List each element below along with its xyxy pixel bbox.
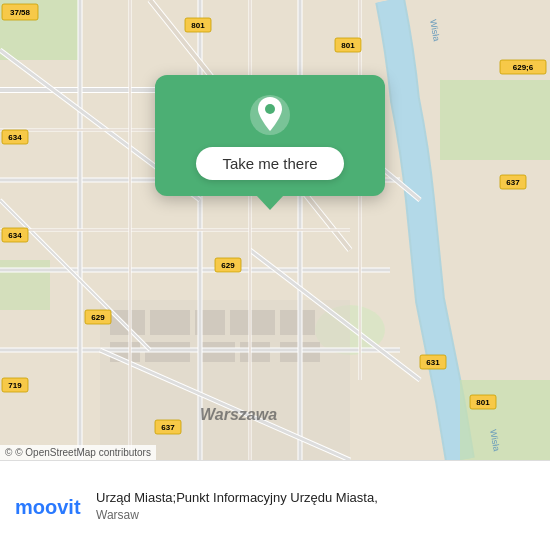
- svg-text:637: 637: [161, 423, 175, 432]
- svg-text:629: 629: [91, 313, 105, 322]
- svg-text:637: 637: [506, 178, 520, 187]
- place-city: Warsaw: [96, 508, 536, 522]
- svg-rect-2: [440, 80, 550, 160]
- moovit-logo-svg: moovit: [15, 492, 83, 520]
- map-container: 37/58 801 801 629;6 634 637 629 634 629 …: [0, 0, 550, 460]
- svg-text:631: 631: [426, 358, 440, 367]
- svg-text:629: 629: [221, 261, 235, 270]
- map-popup: Take me there: [155, 75, 385, 196]
- place-name: Urząd Miasta;Punkt Informacyjny Urzędu M…: [96, 489, 536, 507]
- osm-attribution: © © OpenStreetMap contributors: [0, 445, 156, 460]
- map-background: 37/58 801 801 629;6 634 637 629 634 629 …: [0, 0, 550, 460]
- svg-text:719: 719: [8, 381, 22, 390]
- svg-rect-8: [150, 310, 190, 335]
- svg-text:moovit: moovit: [15, 496, 81, 518]
- svg-rect-3: [460, 380, 550, 460]
- moovit-logo: moovit: [14, 492, 84, 520]
- svg-rect-10: [230, 310, 275, 335]
- svg-text:634: 634: [8, 133, 22, 142]
- svg-text:Warszawa: Warszawa: [200, 406, 277, 423]
- svg-text:801: 801: [191, 21, 205, 30]
- svg-text:801: 801: [341, 41, 355, 50]
- svg-text:634: 634: [8, 231, 22, 240]
- copyright-icon: ©: [5, 447, 12, 458]
- bottom-bar: moovit Urząd Miasta;Punkt Informacyjny U…: [0, 460, 550, 550]
- svg-text:629;6: 629;6: [513, 63, 534, 72]
- svg-text:37/58: 37/58: [10, 8, 31, 17]
- svg-point-83: [265, 104, 275, 114]
- svg-text:801: 801: [476, 398, 490, 407]
- place-info: Urząd Miasta;Punkt Informacyjny Urzędu M…: [96, 489, 536, 521]
- location-pin-icon: [248, 93, 292, 137]
- take-me-there-button[interactable]: Take me there: [196, 147, 343, 180]
